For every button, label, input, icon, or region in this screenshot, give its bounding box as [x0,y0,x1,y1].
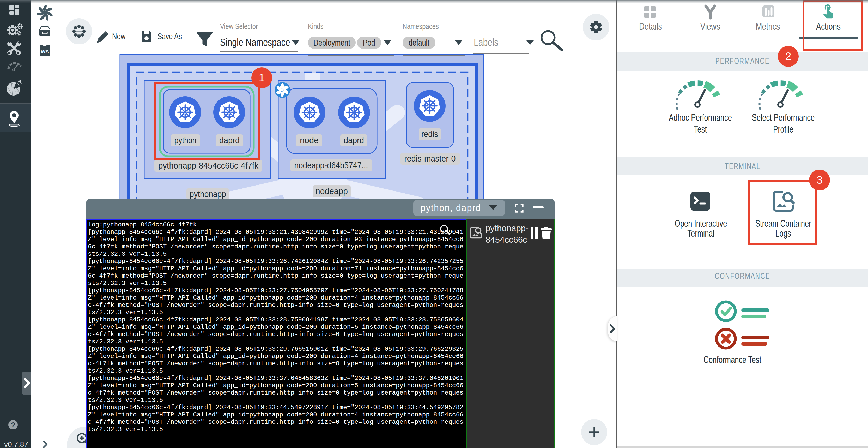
svg-text:WA: WA [41,49,49,54]
svg-text:node: node [300,135,319,145]
svg-text:daprd: daprd [219,135,240,145]
svg-text:1: 1 [259,71,265,84]
svg-text:daprd: daprd [344,135,364,145]
svg-text:pythonapp-8454cc66c-4f7fk: pythonapp-8454cc66c-4f7fk [158,160,259,170]
svg-text:pythonapp: pythonapp [190,189,226,199]
svg-text:?: ? [11,421,16,429]
svg-text:python: python [175,135,196,145]
svg-text:redis: redis [421,129,438,139]
svg-text:nodeapp: nodeapp [315,186,348,196]
svg-text:v0.7.87: v0.7.87 [4,440,28,448]
svg-text:redis-master-0: redis-master-0 [404,153,456,163]
svg-text:nodeapp-d64b5747...: nodeapp-d64b5747... [294,160,368,170]
